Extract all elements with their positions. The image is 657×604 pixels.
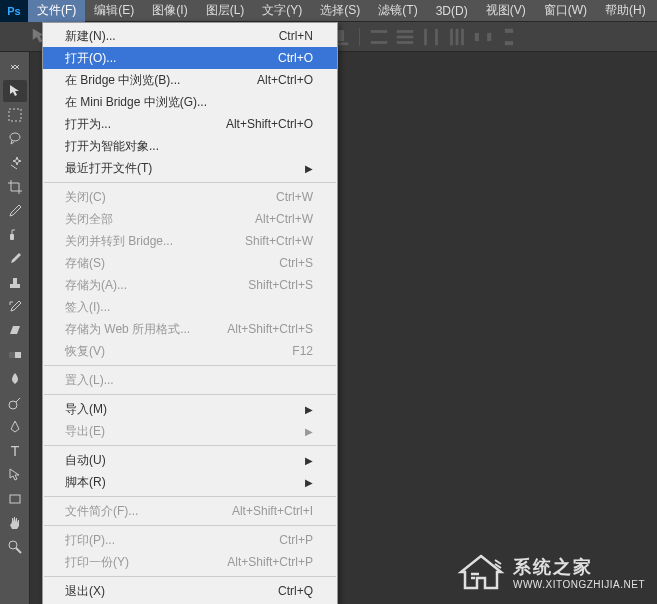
- menu-separator: [44, 496, 336, 497]
- menu-item: 打印一份(Y)Alt+Shift+Ctrl+P: [43, 551, 337, 573]
- menu-item-label: 最近打开文件(T): [65, 160, 152, 177]
- menu-item-label: 在 Mini Bridge 中浏览(G)...: [65, 94, 207, 111]
- distribute-icon: [446, 27, 468, 47]
- path-selection-tool[interactable]: [3, 464, 27, 486]
- menu-item-label: 签入(I)...: [65, 299, 110, 316]
- menu-item: 打印(P)...Ctrl+P: [43, 529, 337, 551]
- menu-item[interactable]: 最近打开文件(T)▶: [43, 157, 337, 179]
- menu-视图[interactable]: 视图(V): [477, 0, 535, 22]
- watermark-url: WWW.XITONGZHIJIA.NET: [513, 579, 645, 590]
- lasso-tool[interactable]: [3, 128, 27, 150]
- menu-item-label: 存储为 Web 所用格式...: [65, 321, 190, 338]
- submenu-arrow-icon: ▶: [305, 426, 313, 437]
- gradient-tool[interactable]: [3, 344, 27, 366]
- svg-rect-38: [10, 284, 20, 288]
- menu-item[interactable]: 新建(N)...Ctrl+N: [43, 25, 337, 47]
- menu-item-label: 打开为智能对象...: [65, 138, 159, 155]
- svg-text:T: T: [10, 443, 19, 459]
- menu-item-shortcut: Alt+Shift+Ctrl+I: [232, 504, 313, 518]
- watermark: 系统之家 WWW.XITONGZHIJIA.NET: [457, 552, 645, 592]
- svg-rect-27: [435, 28, 438, 45]
- menu-item[interactable]: 自动(U)▶: [43, 449, 337, 471]
- menu-separator: [44, 394, 336, 395]
- menu-图像[interactable]: 图像(I): [143, 0, 196, 22]
- svg-point-36: [10, 133, 20, 141]
- menu-3d[interactable]: 3D(D): [427, 0, 477, 22]
- menu-图层[interactable]: 图层(L): [197, 0, 254, 22]
- distribute-icon: [498, 27, 520, 47]
- menu-item-label: 新建(N)...: [65, 28, 116, 45]
- menu-item[interactable]: 退出(X)Ctrl+Q: [43, 580, 337, 602]
- menu-item-shortcut: Ctrl+S: [279, 256, 313, 270]
- menu-item-shortcut: Shift+Ctrl+S: [248, 278, 313, 292]
- distribute-icon: [368, 27, 390, 47]
- menu-item-label: 关闭全部: [65, 211, 113, 228]
- menu-item-label: 打印(P)...: [65, 532, 115, 549]
- separator: [359, 28, 360, 46]
- svg-rect-28: [450, 28, 453, 45]
- menu-item-label: 置入(L)...: [65, 372, 114, 389]
- magic-wand-tool[interactable]: [3, 152, 27, 174]
- crop-tool[interactable]: [3, 176, 27, 198]
- hand-tool[interactable]: [3, 512, 27, 534]
- clone-stamp-tool[interactable]: [3, 272, 27, 294]
- submenu-arrow-icon: ▶: [305, 163, 313, 174]
- svg-rect-29: [456, 28, 459, 45]
- type-tool[interactable]: T: [3, 440, 27, 462]
- marquee-tool[interactable]: [3, 104, 27, 126]
- pen-tool[interactable]: [3, 416, 27, 438]
- rectangle-tool[interactable]: [3, 488, 27, 510]
- eyedropper-tool[interactable]: [3, 200, 27, 222]
- menu-item: 恢复(V)F12: [43, 340, 337, 362]
- menu-item[interactable]: 导入(M)▶: [43, 398, 337, 420]
- history-brush-tool[interactable]: [3, 296, 27, 318]
- svg-rect-31: [475, 32, 479, 40]
- menu-item-shortcut: Alt+Shift+Ctrl+P: [227, 555, 313, 569]
- menu-item: 存储为(A)...Shift+Ctrl+S: [43, 274, 337, 296]
- panel-toggle-icon[interactable]: [3, 56, 27, 78]
- menu-选择[interactable]: 选择(S): [311, 0, 369, 22]
- menu-文件[interactable]: 文件(F): [28, 0, 85, 22]
- menu-item[interactable]: 打开为智能对象...: [43, 135, 337, 157]
- menu-item-shortcut: Alt+Ctrl+O: [257, 73, 313, 87]
- menu-item: 关闭全部Alt+Ctrl+W: [43, 208, 337, 230]
- menu-item-shortcut: Alt+Shift+Ctrl+S: [227, 322, 313, 336]
- menu-item[interactable]: 脚本(R)▶: [43, 471, 337, 493]
- file-menu-dropdown: 新建(N)...Ctrl+N打开(O)...Ctrl+O在 Bridge 中浏览…: [42, 22, 338, 604]
- svg-rect-37: [10, 234, 14, 240]
- zoom-tool[interactable]: [3, 536, 27, 558]
- brush-tool[interactable]: [3, 248, 27, 270]
- menu-item: 存储(S)Ctrl+S: [43, 252, 337, 274]
- menu-item-label: 退出(X): [65, 583, 105, 600]
- menu-item-label: 打印一份(Y): [65, 554, 129, 571]
- menu-窗口[interactable]: 窗口(W): [535, 0, 596, 22]
- menu-item-label: 自动(U): [65, 452, 106, 469]
- menu-编辑[interactable]: 编辑(E): [85, 0, 143, 22]
- svg-rect-21: [371, 30, 388, 33]
- menu-item-label: 存储为(A)...: [65, 277, 127, 294]
- menu-item[interactable]: 打开为...Alt+Shift+Ctrl+O: [43, 113, 337, 135]
- menu-item: 存储为 Web 所用格式...Alt+Shift+Ctrl+S: [43, 318, 337, 340]
- watermark-title: 系统之家: [513, 555, 645, 579]
- menu-item-label: 脚本(R): [65, 474, 106, 491]
- menu-separator: [44, 525, 336, 526]
- menu-item-shortcut: Ctrl+P: [279, 533, 313, 547]
- menu-item[interactable]: 在 Bridge 中浏览(B)...Alt+Ctrl+O: [43, 69, 337, 91]
- menu-item[interactable]: 打开(O)...Ctrl+O: [43, 47, 337, 69]
- menu-item[interactable]: 在 Mini Bridge 中浏览(G)...: [43, 91, 337, 113]
- menu-滤镜[interactable]: 滤镜(T): [369, 0, 426, 22]
- svg-rect-41: [9, 352, 15, 358]
- eraser-tool[interactable]: [3, 320, 27, 342]
- move-tool[interactable]: [3, 80, 27, 102]
- menu-item-label: 关闭(C): [65, 189, 106, 206]
- healing-brush-tool[interactable]: [3, 224, 27, 246]
- svg-point-45: [9, 541, 17, 549]
- menu-separator: [44, 182, 336, 183]
- menu-文字[interactable]: 文字(Y): [253, 0, 311, 22]
- blur-tool[interactable]: [3, 368, 27, 390]
- menu-帮助[interactable]: 帮助(H): [596, 0, 655, 22]
- menu-separator: [44, 445, 336, 446]
- svg-rect-34: [505, 41, 513, 45]
- svg-rect-44: [10, 495, 20, 503]
- dodge-tool[interactable]: [3, 392, 27, 414]
